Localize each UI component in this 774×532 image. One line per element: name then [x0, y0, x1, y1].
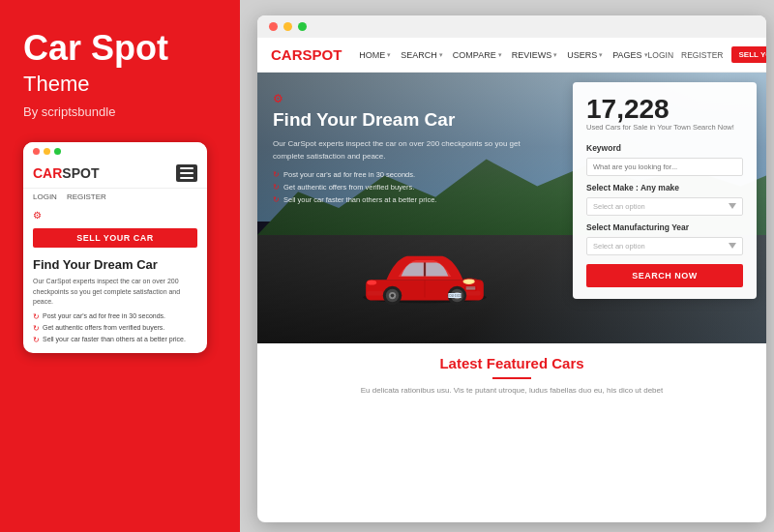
svg-point-15 [391, 294, 395, 298]
svg-text:DU·3 03 B 2: DU·3 03 B 2 [450, 294, 466, 298]
nav-reviews[interactable]: REVIEWS▾ [512, 50, 558, 60]
nav-login[interactable]: LOGIN [648, 50, 673, 60]
svg-point-6 [367, 281, 376, 285]
nav-items: HOME▾ SEARCH▾ COMPARE▾ REVIEWS▾ USERS▾ P… [359, 50, 647, 60]
hamburger-line [180, 172, 194, 174]
keyword-input[interactable] [586, 158, 743, 176]
year-select[interactable]: Select an option [586, 237, 743, 255]
gear-icon: ⚙ [33, 210, 42, 221]
nav-compare[interactable]: COMPARE▾ [453, 50, 502, 60]
hero-title: Find Your Dream Car [273, 109, 524, 132]
nav-right: LOGIN REGISTER SELL YOUR CAR [648, 46, 766, 63]
svg-point-5 [464, 280, 473, 283]
mobile-bullet-1: ↻ Post your car's ad for free in 30 seco… [33, 312, 197, 321]
featured-divider [492, 377, 531, 379]
mobile-header: CARSPOT [23, 159, 207, 189]
featured-description: Eu delicata rationibus usu. Vis te putan… [277, 385, 747, 397]
mobile-hero-desc: Our CarSpot experts inspect the car on o… [33, 277, 197, 308]
mobile-dot-yellow [44, 148, 50, 155]
svg-rect-9 [466, 288, 476, 289]
make-select[interactable]: Select an option [586, 197, 743, 216]
chrome-dot-yellow [283, 22, 292, 31]
chevron-down-icon: ▾ [439, 51, 443, 59]
search-panel: 17,228 Used Cars for Sale in Your Town S… [573, 82, 757, 299]
gear-icon: ⚙ [273, 92, 524, 105]
mobile-gear-row: ⚙ [23, 205, 207, 224]
nav-home[interactable]: HOME▾ [359, 50, 391, 60]
featured-title: Latest Featured Cars [277, 355, 747, 371]
chevron-down-icon: ▾ [553, 51, 557, 59]
hero-description: Our CarSpot experts inspect the car on o… [273, 138, 524, 163]
hamburger-line [180, 177, 194, 179]
year-label: Select Manufacturing Year [586, 222, 743, 232]
desktop-logo: CARSPOT [271, 46, 342, 63]
desktop-navbar: CARSPOT HOME▾ SEARCH▾ COMPARE▾ REVIEWS▾ … [257, 38, 766, 73]
hero-bullet-1: ↻ Post your car's ad for free in 30 seco… [273, 170, 524, 179]
checkmark-icon: ↻ [33, 312, 40, 321]
search-button[interactable]: SEARCH NOW [586, 264, 743, 287]
left-panel: Car Spot Theme By scriptsbundle CARSPOT … [0, 0, 240, 532]
checkmark-icon: ↻ [273, 183, 280, 192]
checkmark-icon: ↻ [273, 195, 280, 204]
search-count: 17,228 [586, 96, 743, 123]
mobile-mockup: CARSPOT LOGIN REGISTER ⚙ SELL YOUR CAR F… [23, 142, 207, 353]
desktop-sell-button[interactable]: SELL YOUR CAR [731, 46, 767, 63]
chevron-down-icon: ▾ [387, 51, 391, 59]
mobile-top-bar [23, 142, 207, 159]
mobile-hamburger-icon[interactable] [176, 164, 197, 182]
hero-bullet-3: ↻ Sell your car faster than others at a … [273, 195, 524, 204]
nav-users[interactable]: USERS▾ [567, 50, 603, 60]
desktop-mockup: CARSPOT HOME▾ SEARCH▾ COMPARE▾ REVIEWS▾ … [257, 15, 766, 522]
right-panel: CARSPOT HOME▾ SEARCH▾ COMPARE▾ REVIEWS▾ … [240, 0, 774, 532]
mobile-bullet-3: ↻ Sell your car faster than others at a … [33, 336, 197, 344]
chevron-down-icon: ▾ [599, 51, 603, 59]
checkmark-icon: ↻ [33, 324, 40, 333]
car-svg: DU·3 03 B 2 [354, 198, 495, 343]
chrome-dot-red [269, 22, 278, 31]
desktop-window-chrome [257, 15, 766, 38]
hero-bullet-2: ↻ Get authentic offers from verified buy… [273, 183, 524, 192]
search-count-description: Used Cars for Sale in Your Town Search N… [586, 123, 743, 133]
mobile-logo: CARSPOT [33, 165, 99, 181]
nav-register[interactable]: REGISTER [681, 50, 723, 60]
svg-rect-8 [466, 286, 476, 287]
mobile-window-controls [33, 148, 61, 155]
mobile-sell-button[interactable]: SELL YOUR CAR [33, 228, 197, 248]
chrome-dot-green [298, 22, 307, 31]
mobile-nav-links: LOGIN REGISTER [23, 189, 207, 205]
hero-content: ⚙ Find Your Dream Car Our CarSpot expert… [273, 92, 524, 208]
svg-rect-11 [367, 291, 383, 296]
brand-title: Car Spot Theme By scriptsbundle [23, 29, 217, 119]
featured-cars-section: Latest Featured Cars Eu delicata rationi… [257, 343, 766, 408]
mobile-bullet-2: ↻ Get authentic offers from verified buy… [33, 324, 197, 333]
nav-search[interactable]: SEARCH▾ [401, 50, 443, 60]
mobile-dot-green [54, 148, 61, 155]
desktop-hero: ⚙ Find Your Dream Car Our CarSpot expert… [257, 73, 766, 343]
mobile-dot-red [33, 148, 40, 155]
hamburger-line [180, 167, 194, 169]
mobile-hero-title: Find Your Dream Car [33, 257, 197, 273]
nav-pages[interactable]: PAGES▾ [612, 50, 647, 60]
keyword-label: Keyword [586, 143, 743, 153]
checkmark-icon: ↻ [273, 170, 280, 179]
chevron-down-icon: ▾ [498, 51, 502, 59]
mobile-hero-section: Find Your Dream Car Our CarSpot experts … [23, 251, 207, 353]
make-label: Select Make : Any make [586, 183, 743, 192]
checkmark-icon: ↻ [33, 336, 40, 344]
